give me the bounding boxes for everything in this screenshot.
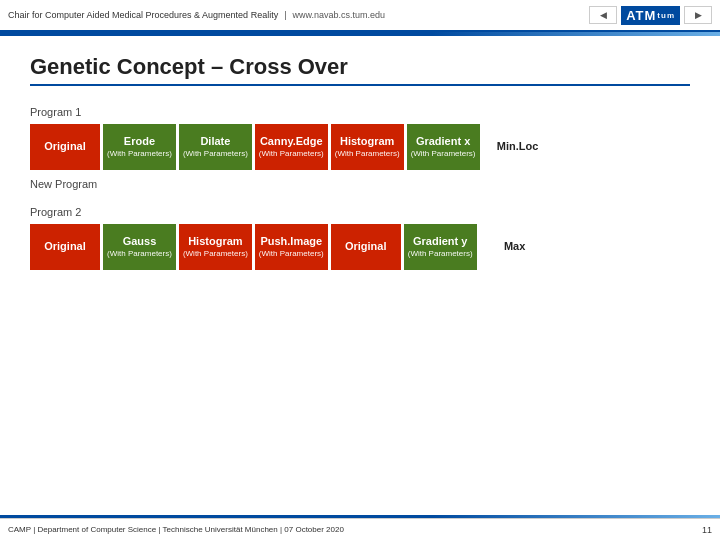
- block-4: Histogram(With Parameters): [331, 124, 404, 170]
- header-right: ◀ ATM tum ▶: [589, 6, 712, 25]
- block-name-4: Histogram: [340, 135, 394, 148]
- main-content: Genetic Concept – Cross Over Program 1 O…: [0, 36, 720, 270]
- block-6: Min.Loc: [483, 124, 553, 170]
- block-1: Erode(With Parameters): [103, 124, 176, 170]
- logo: ATM tum: [621, 6, 680, 25]
- new-program-label: New Program: [30, 178, 690, 190]
- block-0: Original: [30, 124, 100, 170]
- block-3: Push.Image(With Parameters): [255, 224, 328, 270]
- block-1: Gauss(With Parameters): [103, 224, 176, 270]
- program2-label: Program 2: [30, 206, 690, 218]
- block-name-2: Dilate: [200, 135, 230, 148]
- block-params-3: (With Parameters): [259, 249, 324, 259]
- block-5: Gradient x(With Parameters): [407, 124, 480, 170]
- block-name-6: Min.Loc: [497, 140, 539, 153]
- block-name-3: Push.Image: [260, 235, 322, 248]
- block-name-2: Histogram: [188, 235, 242, 248]
- block-name-1: Erode: [124, 135, 155, 148]
- block-name-6: Max: [504, 240, 525, 253]
- block-params-2: (With Parameters): [183, 149, 248, 159]
- block-3: Canny.Edge(With Parameters): [255, 124, 328, 170]
- header: Chair for Computer Aided Medical Procedu…: [0, 0, 720, 32]
- block-params-5: (With Parameters): [411, 149, 476, 159]
- nav-box-2[interactable]: ▶: [684, 6, 712, 24]
- block-name-4: Original: [345, 240, 387, 253]
- nav-box-1[interactable]: ◀: [589, 6, 617, 24]
- footer-page: 11: [702, 525, 712, 535]
- block-params-3: (With Parameters): [259, 149, 324, 159]
- program1-label: Program 1: [30, 106, 690, 118]
- block-params-5: (With Parameters): [408, 249, 473, 259]
- logo-tum: tum: [657, 11, 675, 20]
- block-params-1: (With Parameters): [107, 149, 172, 159]
- logo-text: ATM: [626, 8, 656, 23]
- block-6: Max: [480, 224, 550, 270]
- block-0: Original: [30, 224, 100, 270]
- block-name-0: Original: [44, 240, 86, 253]
- block-5: Gradient y(With Parameters): [404, 224, 477, 270]
- header-separator: |: [284, 10, 286, 20]
- footer-text: CAMP | Department of Computer Science | …: [8, 525, 344, 534]
- block-name-5: Gradient y: [413, 235, 467, 248]
- header-url: www.navab.cs.tum.edu: [292, 10, 385, 20]
- program1-row: OriginalErode(With Parameters)Dilate(Wit…: [30, 124, 690, 170]
- block-name-1: Gauss: [123, 235, 157, 248]
- slide-title: Genetic Concept – Cross Over: [30, 54, 690, 86]
- program2-section: Program 2 OriginalGauss(With Parameters)…: [30, 206, 690, 270]
- block-params-4: (With Parameters): [335, 149, 400, 159]
- block-name-5: Gradient x: [416, 135, 470, 148]
- block-2: Histogram(With Parameters): [179, 224, 252, 270]
- block-params-1: (With Parameters): [107, 249, 172, 259]
- block-2: Dilate(With Parameters): [179, 124, 252, 170]
- header-info: Chair for Computer Aided Medical Procedu…: [8, 10, 385, 20]
- footer: CAMP | Department of Computer Science | …: [0, 518, 720, 540]
- header-title: Chair for Computer Aided Medical Procedu…: [8, 10, 278, 20]
- block-params-2: (With Parameters): [183, 249, 248, 259]
- block-name-0: Original: [44, 140, 86, 153]
- block-name-3: Canny.Edge: [260, 135, 323, 148]
- block-4: Original: [331, 224, 401, 270]
- program2-row: OriginalGauss(With Parameters)Histogram(…: [30, 224, 690, 270]
